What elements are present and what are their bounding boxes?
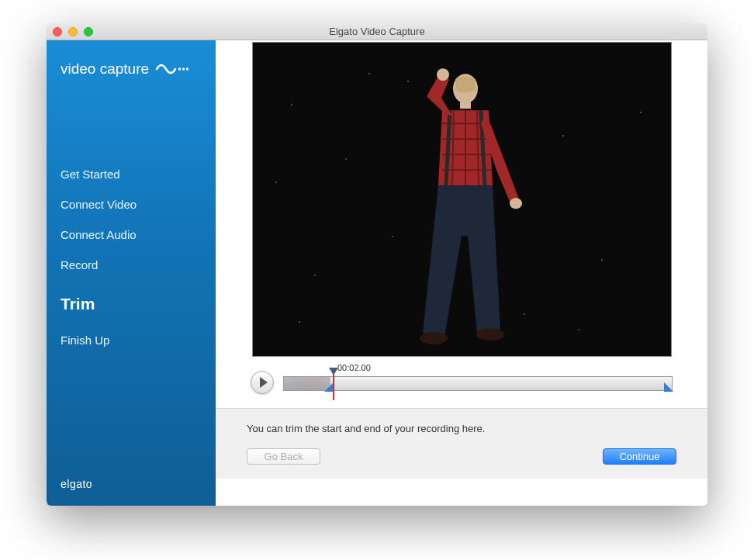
main-panel: 00:02.00 You can trim the start and end …: [216, 40, 707, 506]
app-name-1: video: [61, 60, 95, 77]
app-name-2: capture: [100, 60, 149, 77]
sidebar: video capture Get Started Connect Video …: [47, 40, 216, 506]
timeline-row: 00:02.00: [251, 363, 673, 408]
nav-finish-up[interactable]: Finish Up: [61, 334, 202, 347]
window-controls: [53, 27, 93, 36]
timeline-track[interactable]: [283, 376, 673, 391]
preview-area: 00:02.00: [216, 40, 707, 408]
svg-rect-4: [460, 101, 471, 109]
button-bar: Go Back Continue: [216, 448, 707, 479]
titlebar: Elgato Video Capture: [47, 23, 707, 40]
app-logo: video capture: [61, 60, 202, 78]
content: video capture Get Started Connect Video …: [47, 40, 707, 506]
video-subject: [384, 65, 539, 357]
timecode: 00:02.00: [337, 363, 371, 372]
nav-list: Get Started Connect Video Connect Audio …: [61, 168, 202, 347]
nav-connect-video[interactable]: Connect Video: [61, 198, 202, 211]
window-title: Elgato Video Capture: [47, 26, 707, 37]
hint-text: You can trim the start and end of your r…: [247, 423, 676, 434]
footer-brand: elgato: [61, 478, 202, 490]
minimize-button[interactable]: [68, 27, 78, 36]
nav-record[interactable]: Record: [61, 258, 202, 271]
svg-rect-0: [178, 68, 181, 71]
svg-rect-1: [182, 68, 185, 71]
play-button[interactable]: [251, 371, 274, 394]
playhead[interactable]: [329, 368, 338, 375]
nav-connect-audio[interactable]: Connect Audio: [61, 228, 202, 241]
nav-trim[interactable]: Trim: [61, 295, 202, 313]
video-preview: [252, 42, 672, 357]
maximize-button[interactable]: [84, 27, 93, 36]
go-back-button: Go Back: [247, 448, 320, 465]
wave-icon: [155, 60, 189, 78]
app-window: Elgato Video Capture video capture: [47, 23, 707, 506]
nav-get-started[interactable]: Get Started: [61, 168, 202, 181]
trim-end-handle[interactable]: [664, 382, 673, 392]
info-bar: You can trim the start and end of your r…: [216, 408, 707, 448]
thumbnail-strip: [284, 377, 330, 390]
close-button[interactable]: [53, 27, 62, 36]
svg-rect-2: [186, 68, 188, 71]
timeline[interactable]: 00:02.00: [283, 367, 673, 391]
svg-point-15: [476, 328, 504, 340]
svg-point-14: [420, 332, 448, 344]
continue-button[interactable]: Continue: [603, 448, 676, 465]
app-logo-text: video capture: [61, 60, 149, 78]
svg-point-13: [510, 198, 522, 209]
svg-point-12: [437, 68, 449, 81]
play-icon: [260, 377, 268, 388]
